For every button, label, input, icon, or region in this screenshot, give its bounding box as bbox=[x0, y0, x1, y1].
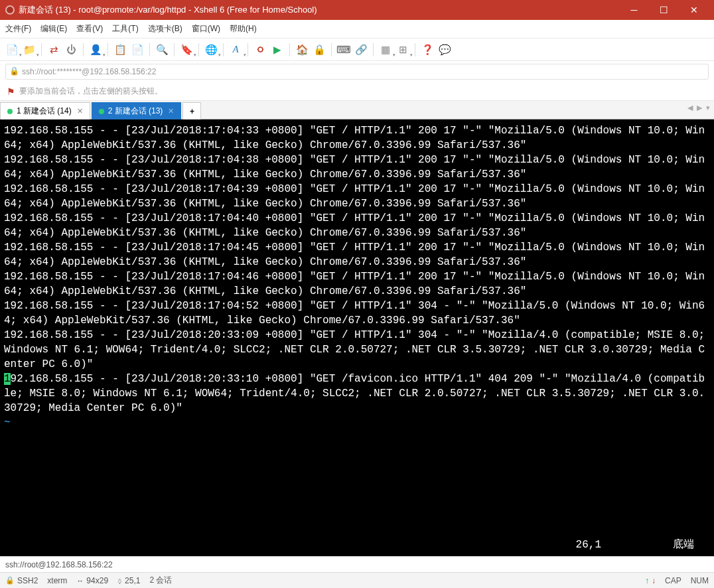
separator bbox=[289, 43, 290, 56]
separator bbox=[198, 43, 199, 56]
keyboard-icon[interactable]: ⌨ bbox=[336, 42, 352, 58]
terminal[interactable]: 192.168.58.155 - - [23/Jul/2018:17:04:33… bbox=[0, 119, 714, 556]
feedback-icon[interactable]: 💬 bbox=[437, 42, 453, 58]
open-session-icon[interactable]: 📁 bbox=[21, 42, 37, 58]
menu-tab[interactable]: 选项卡(B) bbox=[148, 23, 182, 35]
separator bbox=[83, 43, 84, 56]
tab-next-icon[interactable]: ▶ bbox=[697, 104, 702, 112]
lock-icon[interactable]: 🔒 bbox=[311, 42, 327, 58]
font-icon[interactable]: A bbox=[228, 42, 244, 58]
title-bar: 新建会话 (13) - root@promote:/var/log/httpd … bbox=[0, 0, 714, 20]
separator bbox=[107, 43, 108, 56]
separator bbox=[174, 43, 175, 56]
vim-bottom: 底端 bbox=[673, 538, 694, 552]
bookmark-icon[interactable]: 🔖 bbox=[178, 42, 194, 58]
grid-icon[interactable]: ⊞ bbox=[395, 42, 411, 58]
status-size: ↔94x29 bbox=[76, 576, 108, 585]
status-dot-icon bbox=[99, 109, 104, 114]
tab-list-icon[interactable]: ▾ bbox=[706, 104, 710, 112]
menu-help[interactable]: 帮助(H) bbox=[230, 23, 257, 35]
paste-icon[interactable]: 📄 bbox=[129, 42, 145, 58]
local-address: ssh://root@192.168.58.156:22 bbox=[5, 560, 113, 569]
globe-icon[interactable]: 🌐 bbox=[203, 42, 219, 58]
play-icon[interactable]: ▶ bbox=[269, 42, 285, 58]
status-dot-icon bbox=[7, 109, 13, 114]
status-bar: 🔒SSH2 xterm ↔94x29 ⎀25,1 2 会话 ↑↓ CAP NUM bbox=[0, 572, 714, 588]
new-session-icon[interactable]: 📄 bbox=[4, 42, 20, 58]
search-icon[interactable]: 🔍 bbox=[154, 42, 170, 58]
profile-icon[interactable]: 👤 bbox=[88, 42, 104, 58]
status-sessions: 2 会话 bbox=[149, 575, 172, 586]
toolbar: 📄 📁 ⇄ ⏻ 👤 📋 📄 🔍 🔖 🌐 A ⭘ ▶ 🏠 🔒 ⌨ 🔗 ▦ ⊞ ❓ … bbox=[0, 38, 714, 61]
status-local: ssh://root@192.168.58.156:22 bbox=[0, 556, 714, 572]
copy-icon[interactable]: 📋 bbox=[112, 42, 128, 58]
address-input[interactable] bbox=[5, 64, 709, 80]
status-updown: ↑↓ bbox=[645, 576, 656, 585]
hint-text: 要添加当前会话，点击左侧的箭头按钮。 bbox=[19, 86, 163, 97]
tab-strip: 1 新建会话 (14) ✕ 2 新建会话 (13) ✕ + ◀ ▶ ▾ bbox=[0, 101, 714, 119]
minimize-button[interactable]: ─ bbox=[619, 0, 649, 20]
separator bbox=[149, 43, 150, 56]
menu-file[interactable]: 文件(F) bbox=[5, 23, 31, 35]
window-title: 新建会话 (13) - root@promote:/var/log/httpd … bbox=[19, 4, 619, 16]
menu-tool[interactable]: 工具(T) bbox=[112, 23, 138, 35]
menu-bar: 文件(F) 编辑(E) 查看(V) 工具(T) 选项卡(B) 窗口(W) 帮助(… bbox=[0, 20, 714, 38]
close-tab-icon[interactable]: ✕ bbox=[168, 107, 174, 115]
tab-session-13[interactable]: 2 新建会话 (13) ✕ bbox=[92, 102, 182, 119]
tab-prev-icon[interactable]: ◀ bbox=[687, 104, 693, 112]
status-cap: CAP bbox=[665, 576, 681, 585]
flag-icon: ⚑ bbox=[7, 86, 15, 97]
separator bbox=[248, 43, 248, 56]
disconnect-icon[interactable]: ⏻ bbox=[63, 42, 79, 58]
maximize-button[interactable]: ☐ bbox=[649, 0, 679, 20]
record-icon[interactable]: ⭘ bbox=[252, 42, 268, 58]
close-button[interactable]: ✕ bbox=[679, 0, 709, 20]
hint-bar: ⚑ 要添加当前会话，点击左侧的箭头按钮。 bbox=[0, 82, 714, 101]
link-icon[interactable]: 🔗 bbox=[353, 42, 369, 58]
status-ssh: 🔒SSH2 bbox=[5, 576, 38, 585]
separator bbox=[223, 43, 224, 56]
separator bbox=[415, 43, 415, 56]
status-num: NUM bbox=[691, 576, 709, 585]
address-bar: 🔒 bbox=[0, 61, 714, 82]
home-icon[interactable]: 🏠 bbox=[294, 42, 310, 58]
close-tab-icon[interactable]: ✕ bbox=[77, 107, 83, 115]
menu-edit[interactable]: 编辑(E) bbox=[40, 23, 67, 35]
tab-label: 1 新建会话 (14) bbox=[17, 106, 72, 117]
layout-icon[interactable]: ▦ bbox=[378, 42, 393, 58]
tab-label: 2 新建会话 (13) bbox=[108, 106, 163, 117]
lock-icon: 🔒 bbox=[9, 66, 19, 76]
separator bbox=[331, 43, 332, 56]
separator bbox=[373, 43, 374, 56]
tab-session-14[interactable]: 1 新建会话 (14) ✕ bbox=[0, 102, 90, 119]
menu-view[interactable]: 查看(V) bbox=[76, 23, 103, 35]
app-icon bbox=[5, 5, 15, 15]
add-tab-button[interactable]: + bbox=[182, 102, 201, 119]
reconnect-icon[interactable]: ⇄ bbox=[46, 42, 62, 58]
status-term: xterm bbox=[47, 576, 67, 585]
status-cursor: ⎀25,1 bbox=[117, 576, 140, 585]
menu-window[interactable]: 窗口(W) bbox=[192, 23, 220, 35]
vim-position: 26,1 bbox=[576, 538, 601, 552]
separator bbox=[41, 43, 42, 56]
help-icon[interactable]: ❓ bbox=[419, 42, 435, 58]
